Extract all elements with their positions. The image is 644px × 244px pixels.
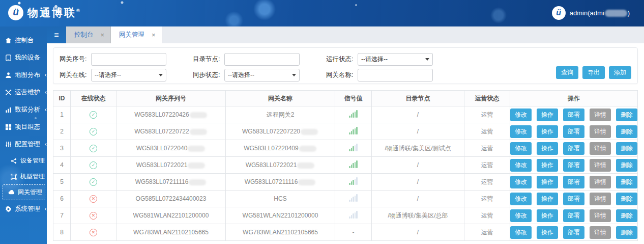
cell-actions: 修改操作部署详情删除 [510, 140, 638, 157]
row-action-button-3[interactable]: 部署 [563, 109, 584, 121]
user-name: admin(admi ) [570, 9, 630, 17]
sidebar-item-7[interactable]: 配置管理‹ [0, 135, 47, 153]
sidebar-item-6[interactable]: 项目组态 [0, 118, 47, 135]
sidebar-item-5[interactable]: 数据分析‹ [0, 101, 47, 118]
directory-node-input-field: 目录节点: [193, 53, 326, 66]
cell-directory-node-text: / [417, 229, 419, 236]
row-action-button-3[interactable]: 部署 [563, 125, 584, 138]
row-action-button-1[interactable]: 修改 [510, 209, 532, 222]
row-action-button-4[interactable]: 详情 [590, 109, 611, 121]
signal-bars-icon [349, 127, 358, 134]
sidebar-item-label: 项目组态 [15, 123, 40, 131]
gateway-serial-input[interactable] [91, 53, 166, 66]
check-circle-icon: ✓ [90, 161, 97, 169]
row-action-button-3[interactable]: 部署 [563, 226, 584, 239]
sidebar-item-8[interactable]: 设备管理 [0, 153, 47, 169]
row-action-button-3[interactable]: 部署 [563, 209, 584, 222]
directory-node-input[interactable] [224, 53, 300, 66]
row-action-button-5[interactable]: 删除 [616, 226, 637, 239]
row-action-button-1[interactable]: 修改 [510, 193, 532, 205]
column-header: 目录节点 [372, 91, 464, 106]
cell-actions: 修改操作部署详情删除 [510, 191, 638, 207]
cell-directory-node: / [372, 224, 464, 241]
row-action-button-1[interactable]: 修改 [510, 109, 532, 121]
add-button[interactable]: 添加 [609, 66, 631, 79]
sidebar-item-3[interactable]: 地图分布‹ [0, 66, 47, 84]
cell-directory-node-text: / [417, 111, 419, 118]
tab-1[interactable]: 控制台× [66, 26, 111, 43]
cell-actions: 修改操作部署详情删除 [510, 174, 638, 191]
row-action-button-5[interactable]: 删除 [616, 193, 637, 205]
row-action-button-1[interactable]: 修改 [510, 142, 532, 155]
export-button[interactable]: 导出 [582, 66, 605, 79]
row-action-button-5[interactable]: 删除 [616, 109, 637, 121]
sidebar-item-2[interactable]: 我的设备 [0, 49, 47, 66]
brand-logo: ü 物通博联® [8, 5, 81, 20]
cell-name-text: WG783WLAN21102105665 [243, 229, 318, 236]
filter-label: 网关名称: [326, 71, 358, 79]
column-header: 网关名称 [226, 91, 335, 106]
row-action-button-1[interactable]: 修改 [510, 159, 532, 172]
cell-name-text: WG583LL07211116 [245, 178, 298, 185]
gateway-name-input[interactable] [358, 69, 433, 82]
row-action-button-1[interactable]: 修改 [510, 125, 532, 138]
row-action-button-3[interactable]: 部署 [563, 159, 584, 172]
sidebar-item-9[interactable]: 机型管理 [0, 169, 47, 184]
row-action-button-5[interactable]: 删除 [616, 142, 637, 155]
brand-logo-text: 物通博联® [27, 6, 81, 20]
running-status-select[interactable]: --请选择-- [358, 53, 433, 66]
row-action-button-2[interactable]: 操作 [537, 226, 558, 239]
sidebar-item-1[interactable]: 控制台 [0, 32, 47, 49]
close-icon[interactable]: × [101, 31, 105, 39]
row-action-button-4[interactable]: 详情 [590, 193, 611, 205]
row-action-button-5[interactable]: 删除 [616, 176, 637, 188]
table-row: 2✓WG583LL07220722WG583LL072207220/运营修改操作… [53, 123, 638, 140]
row-action-button-2[interactable]: 操作 [537, 176, 558, 188]
row-action-button-2[interactable]: 操作 [537, 142, 558, 155]
sidebar-toggle-button[interactable]: ≡ [47, 26, 66, 43]
row-action-button-3[interactable]: 部署 [563, 193, 584, 205]
row-action-button-2[interactable]: 操作 [537, 109, 558, 121]
tab-2[interactable]: 网关管理× [111, 26, 162, 43]
cell-operation-status: 运营 [464, 157, 510, 174]
row-action-button-4[interactable]: 详情 [590, 159, 611, 172]
row-action-button-2[interactable]: 操作 [537, 125, 558, 138]
cell-online-status: ✓ [71, 174, 116, 191]
row-action-button-4[interactable]: 详情 [590, 209, 611, 222]
row-action-button-2[interactable]: 操作 [537, 193, 558, 205]
row-action-button-2[interactable]: 操作 [537, 209, 558, 222]
row-action-button-4[interactable]: 详情 [590, 142, 611, 155]
sidebar-item-10[interactable]: 网关管理 [3, 184, 45, 200]
filter-row-2: 网关在线:--请选择--同步状态:--请选择--网关名称: [60, 68, 631, 82]
model-icon [10, 174, 17, 180]
user-menu[interactable]: ü admin(admi ) [552, 6, 630, 20]
row-action-button-4[interactable]: 详情 [590, 226, 611, 239]
row-action-button-1[interactable]: 修改 [510, 226, 532, 239]
filter-label: 网关序号: [60, 55, 91, 64]
cell-name: WG583LL07220409 [226, 140, 335, 157]
row-action-button-3[interactable]: 部署 [563, 142, 584, 155]
gateway-online-select[interactable]: --请选择-- [91, 69, 166, 82]
row-action-button-1[interactable]: 修改 [510, 176, 532, 188]
sidebar-item-label: 地图分布 [15, 71, 40, 79]
row-action-button-4[interactable]: 详情 [590, 176, 611, 188]
row-action-button-2[interactable]: 操作 [537, 159, 558, 172]
user-name-suffix: ) [628, 9, 630, 17]
query-button[interactable]: 查询 [556, 66, 578, 79]
row-action-button-5[interactable]: 删除 [616, 125, 637, 138]
cell-directory-node-text: /物通博联/集美区/测试点 [385, 145, 451, 152]
cell-operation-status-text: 运营 [481, 212, 493, 219]
row-action-button-5[interactable]: 删除 [616, 159, 637, 172]
cell-directory-node: / [372, 106, 464, 123]
sync-status-select[interactable]: --请选择-- [224, 69, 300, 82]
sidebar-item-11[interactable]: 系统管理‹ [0, 200, 47, 218]
sidebar-item-4[interactable]: 运营维护‹ [0, 84, 47, 101]
home-icon [5, 37, 12, 44]
redacted-text [605, 10, 627, 17]
gear-icon [5, 206, 12, 212]
close-icon[interactable]: × [152, 31, 156, 39]
row-action-button-5[interactable]: 删除 [616, 209, 637, 222]
row-action-button-3[interactable]: 部署 [563, 176, 584, 188]
row-action-button-4[interactable]: 详情 [590, 125, 611, 138]
signal-bars-icon [349, 160, 358, 168]
